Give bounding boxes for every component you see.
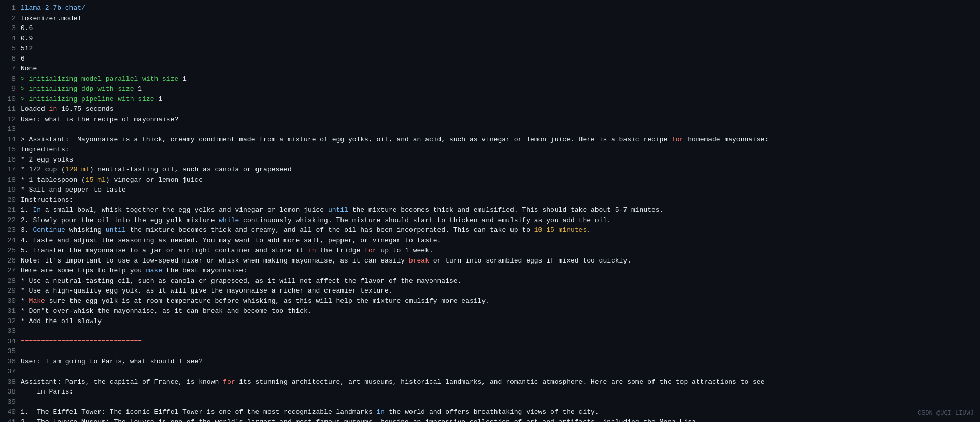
terminal-line: 255. Transfer the mayonnaise to a jar or… — [4, 245, 976, 256]
line-content: * 1 tablespoon (15 ml) vinegar or lemon … — [21, 175, 976, 185]
line-content: Instructions: — [21, 195, 976, 206]
text-span: Continue — [33, 226, 65, 234]
line-content: > Assistant: Mayonnaise is a thick, crea… — [21, 135, 976, 145]
terminal-line: 27Here are some tips to help you make th… — [4, 266, 976, 276]
terminal-line: 30.6 — [4, 23, 976, 34]
text-span: 1. The Eiffel Tower: The iconic Eiffel T… — [21, 408, 377, 416]
line-number: 28 — [4, 276, 16, 286]
line-content: Assistant: Paris, the capital of France,… — [21, 377, 976, 387]
text-span: * 1 tablespoon ( — [21, 176, 86, 184]
text-span: 4. Taste and adjust the seasoning as nee… — [21, 237, 441, 244]
text-span: . — [587, 226, 591, 234]
terminal-line: 244. Taste and adjust the seasoning as n… — [4, 236, 976, 246]
line-number: 39 — [4, 397, 16, 408]
text-span: 0.6 — [21, 24, 33, 32]
terminal-line: 233. Continue whisking until the mixture… — [4, 225, 976, 236]
line-number: 29 — [4, 286, 16, 296]
text-span: In — [33, 206, 41, 214]
text-span: > initializing pipeline with size — [21, 95, 158, 103]
line-content — [21, 367, 976, 377]
terminal-line: 7None — [4, 64, 976, 74]
text-span: * — [21, 297, 29, 305]
line-content: * Add the oil slowly — [21, 316, 976, 327]
terminal-line: 14> Assistant: Mayonnaise is a thick, cr… — [4, 135, 976, 145]
text-span: 1. — [21, 206, 33, 214]
terminal: 1llama-2-7b-chat/2tokenizer.model30.640.… — [0, 2, 980, 422]
text-span: * 2 egg yolks — [21, 156, 73, 164]
text-span: * Use a high-quality egg yolk, as it wil… — [21, 287, 393, 295]
line-number: 37 — [4, 367, 16, 377]
text-span: 3. — [21, 226, 33, 234]
terminal-line: 12User: what is the recipe of mayonnaise… — [4, 114, 976, 125]
line-content: 512 — [21, 43, 976, 54]
line-number: 17 — [4, 165, 16, 175]
text-span: * 1/2 cup ( — [21, 166, 65, 173]
line-number: 23 — [4, 225, 16, 236]
terminal-line: 38Assistant: Paris, the capital of Franc… — [4, 377, 976, 387]
text-span: Make — [29, 297, 45, 305]
line-number: 25 — [4, 245, 16, 256]
line-number: 27 — [4, 266, 16, 276]
line-content: Ingredients: — [21, 144, 976, 155]
text-span: in — [308, 246, 316, 254]
text-span: 120 ml — [65, 166, 90, 173]
line-content: > initializing pipeline with size 1 — [21, 94, 976, 105]
text-span: 16.75 seconds — [57, 105, 113, 113]
terminal-line: 38 in Paris: — [4, 387, 976, 397]
line-content: Note: It's important to use a low-speed … — [21, 256, 976, 266]
line-content: 1. In a small bowl, whisk together the e… — [21, 205, 976, 215]
text-span: sure the egg yolk is at room temperature… — [45, 297, 490, 305]
text-span: 0.9 — [21, 35, 33, 42]
text-span: llama-2-7b-chat/ — [21, 4, 86, 12]
line-content: 4. Taste and adjust the seasoning as nee… — [21, 236, 976, 246]
text-span: User: what is the recipe of mayonnaise? — [21, 115, 178, 123]
text-span: 5. Transfer the mayonnaise to a jar or a… — [21, 246, 308, 254]
terminal-line: 15Ingredients: — [4, 144, 976, 155]
text-span: while — [219, 216, 239, 224]
terminal-line: 36User: I am going to Paris, what should… — [4, 357, 976, 367]
line-number: 40 — [4, 407, 16, 417]
line-number: 20 — [4, 195, 16, 206]
line-number: 22 — [4, 215, 16, 226]
line-number: 9 — [4, 84, 16, 94]
terminal-line: 211. In a small bowl, whisk together the… — [4, 205, 976, 215]
text-span: * Use a neutral-tasting oil, such as can… — [21, 277, 461, 285]
line-number: 19 — [4, 185, 16, 195]
line-content: User: what is the recipe of mayonnaise? — [21, 114, 976, 125]
text-span: for — [672, 136, 684, 143]
line-content: * 1/2 cup (120 ml) neutral-tasting oil, … — [21, 165, 976, 175]
line-number: 32 — [4, 316, 16, 327]
terminal-line: 222. Slowly pour the oil into the egg yo… — [4, 215, 976, 226]
terminal-line: 39 — [4, 397, 976, 408]
line-number: 34 — [4, 337, 16, 347]
line-number: 1 — [4, 3, 16, 13]
line-number: 41 — [4, 417, 16, 423]
text-span: Ingredients: — [21, 145, 69, 153]
line-content — [21, 346, 976, 357]
line-number: 18 — [4, 175, 16, 185]
text-span: the fridge — [316, 246, 365, 254]
text-span: the mixture becomes thick and creamy, an… — [126, 226, 534, 234]
terminal-line: 1llama-2-7b-chat/ — [4, 3, 976, 13]
terminal-line: 34============================== — [4, 337, 976, 347]
text-span: for — [364, 246, 376, 254]
text-span: homemade mayonnaise: — [684, 136, 769, 143]
line-content: ============================== — [21, 337, 976, 347]
text-span: for — [223, 378, 235, 386]
terminal-line: 32* Add the oil slowly — [4, 316, 976, 327]
text-span: the world and offers breathtaking views … — [385, 408, 599, 416]
text-span: up to 1 week. — [377, 246, 433, 254]
text-span: or turn into scrambled eggs if mixed too… — [429, 257, 631, 265]
terminal-line: 9> initializing ddp with size 1 — [4, 84, 976, 94]
terminal-line: 37 — [4, 367, 976, 377]
line-content: Here are some tips to help you make the … — [21, 266, 976, 276]
line-number: 3 — [4, 23, 16, 34]
terminal-line: 401. The Eiffel Tower: The iconic Eiffel… — [4, 407, 976, 417]
line-number: 4 — [4, 34, 16, 44]
line-number: 6 — [4, 54, 16, 64]
text-span: Instructions: — [21, 196, 73, 204]
terminal-line: 16* 2 egg yolks — [4, 155, 976, 165]
text-span: 1 — [158, 95, 162, 103]
line-content: * Don't over-whisk the mayonnaise, as it… — [21, 306, 976, 316]
terminal-line: 28* Use a neutral-tasting oil, such as c… — [4, 276, 976, 286]
